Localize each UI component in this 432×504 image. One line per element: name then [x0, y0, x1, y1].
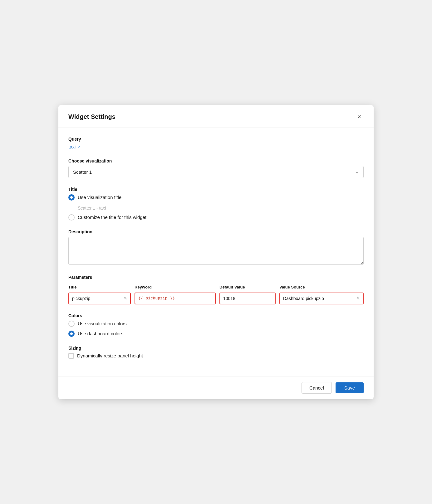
use-dashboard-colors-label: Use dashboard colors — [78, 331, 123, 336]
description-label: Description — [68, 229, 364, 234]
use-viz-colors-label: Use visualization colors — [78, 321, 127, 326]
param-default-value: 10018 — [223, 296, 235, 301]
param-value-source-edit-icon[interactable]: ✎ — [356, 296, 360, 301]
parameters-label: Parameters — [68, 275, 364, 280]
close-button[interactable]: × — [355, 113, 364, 121]
modal-title: Widget Settings — [68, 113, 115, 120]
query-label: Query — [68, 137, 364, 142]
col-value-source: Value Source — [279, 285, 364, 289]
param-value-source: Dashboard pickupzip — [283, 296, 324, 301]
colors-radio-group: Use visualization colors Use dashboard c… — [68, 321, 364, 337]
use-viz-title-option[interactable]: Use visualization title — [68, 194, 364, 201]
cancel-button[interactable]: Cancel — [302, 382, 332, 394]
chevron-down-icon: ⌄ — [355, 169, 359, 174]
sizing-section: Sizing Dynamically resize panel height — [68, 346, 364, 359]
visualization-select[interactable]: Scatter 1 ⌄ — [68, 166, 364, 178]
parameters-section: Parameters Title Keyword Default Value V… — [68, 275, 364, 304]
query-section: Query taxi ↗ — [68, 137, 364, 150]
param-title-cell[interactable]: pickupzip ✎ — [68, 293, 131, 304]
use-viz-title-label: Use visualization title — [78, 195, 121, 200]
customize-title-radio[interactable] — [68, 214, 75, 220]
visualization-section: Choose visualization Scatter 1 ⌄ — [68, 158, 364, 178]
param-keyword-value: {{ pickupzip }} — [138, 296, 175, 301]
param-default-value-cell[interactable]: 10018 — [219, 293, 276, 304]
col-default-value: Default Value — [219, 285, 276, 289]
query-link[interactable]: taxi ↗ — [68, 144, 81, 149]
col-keyword: Keyword — [135, 285, 216, 289]
sizing-label: Sizing — [68, 346, 364, 351]
param-title-edit-icon[interactable]: ✎ — [124, 296, 127, 301]
modal-header: Widget Settings × — [58, 105, 374, 128]
param-title-value: pickupzip — [72, 296, 90, 301]
customize-title-option[interactable]: Customize the title for this widget — [68, 214, 364, 220]
viz-title-placeholder: Scatter 1 - taxi — [78, 206, 364, 211]
parameters-header: Title Keyword Default Value Value Source — [68, 285, 364, 289]
colors-label: Colors — [68, 313, 364, 318]
widget-settings-modal: Widget Settings × Query taxi ↗ Choose vi… — [58, 105, 374, 399]
use-dashboard-colors-option[interactable]: Use dashboard colors — [68, 331, 364, 337]
param-keyword-cell[interactable]: {{ pickupzip }} — [135, 293, 216, 304]
save-button[interactable]: Save — [336, 382, 364, 393]
param-value-source-cell[interactable]: Dashboard pickupzip ✎ — [279, 293, 364, 304]
parameters-row: pickupzip ✎ {{ pickupzip }} 10018 Dashbo… — [68, 293, 364, 304]
query-link-text: taxi — [68, 144, 76, 149]
visualization-selected-value: Scatter 1 — [73, 169, 92, 175]
description-textarea[interactable] — [68, 237, 364, 265]
customize-title-label: Customize the title for this widget — [78, 215, 146, 220]
parameters-table: Title Keyword Default Value Value Source… — [68, 285, 364, 304]
title-radio-group: Use visualization title Scatter 1 - taxi… — [68, 194, 364, 220]
col-title: Title — [68, 285, 131, 289]
external-link-icon: ↗ — [77, 144, 81, 149]
use-viz-colors-option[interactable]: Use visualization colors — [68, 321, 364, 327]
description-section: Description — [68, 229, 364, 266]
use-dashboard-colors-radio[interactable] — [68, 331, 75, 337]
modal-body: Query taxi ↗ Choose visualization Scatte… — [58, 128, 374, 376]
use-viz-title-radio[interactable] — [68, 194, 75, 201]
dynamic-resize-checkbox[interactable] — [68, 353, 74, 359]
visualization-label: Choose visualization — [68, 158, 364, 163]
colors-section: Colors Use visualization colors Use dash… — [68, 313, 364, 337]
title-section-label: Title — [68, 187, 364, 192]
modal-footer: Cancel Save — [58, 376, 374, 399]
dynamic-resize-option[interactable]: Dynamically resize panel height — [68, 353, 364, 359]
visualization-select-display[interactable]: Scatter 1 ⌄ — [69, 166, 363, 178]
dynamic-resize-label: Dynamically resize panel height — [77, 353, 143, 358]
use-viz-colors-radio[interactable] — [68, 321, 75, 327]
title-section: Title Use visualization title Scatter 1 … — [68, 187, 364, 220]
